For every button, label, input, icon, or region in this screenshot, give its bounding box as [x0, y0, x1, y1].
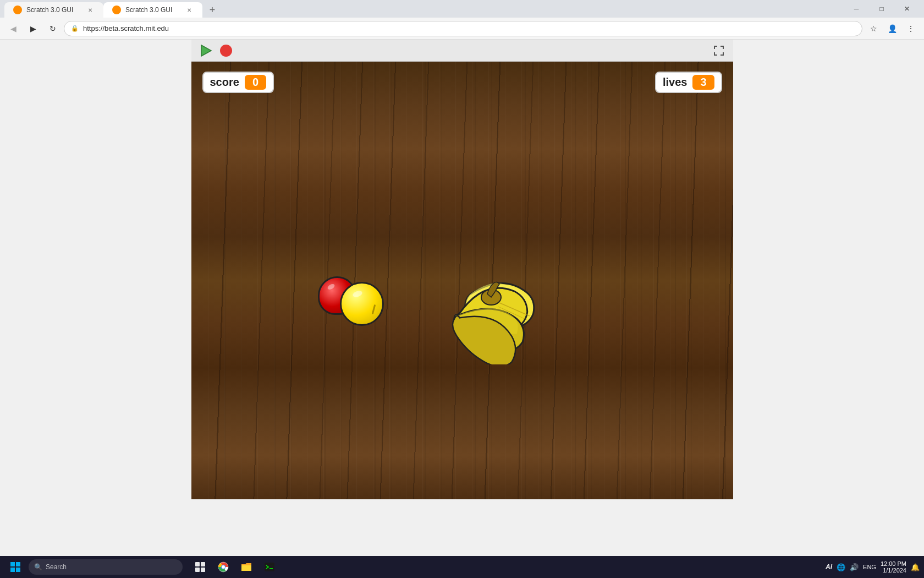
scratch-favicon-2 [112, 6, 121, 14]
language-indicator: ENG [863, 564, 876, 570]
search-icon: 🔍 [34, 563, 42, 571]
yellow-ball-sprite [340, 282, 384, 326]
taskbar-right-area: Ai 🌐 🔊 ENG 12:00 PM 1/1/2024 🔔 [826, 560, 920, 574]
system-clock: 12:00 PM 1/1/2024 [881, 560, 906, 574]
svg-rect-15 [265, 563, 274, 571]
svg-rect-10 [195, 568, 200, 572]
stop-button[interactable] [220, 45, 232, 57]
svg-rect-9 [201, 562, 205, 566]
close-button[interactable]: ✕ [894, 0, 920, 18]
start-button[interactable] [4, 558, 26, 576]
chrome-taskbar-item[interactable] [212, 558, 234, 576]
taskbar: 🔍 Search [0, 556, 924, 578]
tab-2-close-button[interactable]: ✕ [185, 6, 194, 14]
terminal-taskbar-item[interactable] [258, 558, 280, 576]
taskbar-pinned-items [189, 558, 280, 576]
ai-label: Ai [826, 563, 832, 571]
tab-1-title: Scratch 3.0 GUI [26, 6, 81, 14]
svg-rect-5 [16, 562, 20, 566]
bookmark-button[interactable]: ☆ [865, 20, 882, 37]
banana-sprite [439, 271, 543, 367]
network-icon: 🌐 [837, 563, 845, 571]
svg-rect-7 [16, 568, 20, 572]
svg-rect-11 [201, 568, 205, 572]
profile-button[interactable]: 👤 [883, 20, 901, 37]
url-text: https://beta.scratch.mit.edu [83, 24, 855, 32]
score-label: score [210, 76, 239, 89]
taskview-button[interactable] [189, 558, 211, 576]
clock-time: 12:00 PM [881, 560, 906, 567]
security-lock-icon: 🔒 [71, 25, 79, 32]
file-explorer-taskbar-item[interactable] [235, 558, 257, 576]
new-tab-button[interactable]: + [205, 2, 220, 18]
extensions-button[interactable]: ⋮ [902, 20, 920, 37]
tab-bar: Scratch 3.0 GUI ✕ Scratch 3.0 GUI ✕ + [4, 0, 844, 18]
forward-button[interactable]: ▶ [24, 20, 42, 37]
address-bar[interactable]: 🔒 https://beta.scratch.mit.edu [64, 21, 862, 36]
search-placeholder: Search [46, 563, 67, 571]
lives-display: lives 3 [655, 72, 722, 93]
lives-label: lives [663, 76, 687, 89]
lives-value: 3 [692, 75, 714, 90]
tab-1-close-button[interactable]: ✕ [86, 6, 95, 14]
green-flag-button[interactable] [198, 43, 213, 58]
browser-content: score 0 lives 3 [0, 40, 924, 567]
svg-rect-4 [10, 562, 15, 566]
minimize-button[interactable]: ─ [844, 0, 869, 18]
volume-icon: 🔊 [850, 563, 859, 571]
stage-controls-bar [191, 40, 733, 62]
tab-2-title: Scratch 3.0 GUI [125, 6, 180, 14]
svg-point-14 [222, 565, 225, 569]
notification-button[interactable]: 🔔 [911, 563, 920, 571]
scratch-favicon-1 [13, 6, 22, 14]
game-canvas[interactable]: score 0 lives 3 [191, 62, 733, 499]
chrome-window: Scratch 3.0 GUI ✕ Scratch 3.0 GUI ✕ + ─ … [0, 0, 924, 578]
title-bar: Scratch 3.0 GUI ✕ Scratch 3.0 GUI ✕ + ─ … [0, 0, 924, 18]
score-value: 0 [245, 75, 266, 90]
svg-rect-8 [195, 562, 200, 566]
taskbar-search[interactable]: 🔍 Search [29, 559, 183, 575]
refresh-button[interactable]: ↻ [44, 20, 62, 37]
window-controls: ─ □ ✕ [844, 0, 920, 18]
scratch-stage: score 0 lives 3 [191, 40, 733, 499]
maximize-button[interactable]: □ [869, 0, 894, 18]
nav-bar: ◀ ▶ ↻ 🔒 https://beta.scratch.mit.edu ☆ 👤… [0, 18, 924, 40]
score-display: score 0 [202, 72, 274, 93]
svg-rect-6 [10, 568, 15, 572]
nav-right-buttons: ☆ 👤 ⋮ [865, 20, 920, 37]
fullscreen-button[interactable] [711, 43, 727, 58]
tab-2[interactable]: Scratch 3.0 GUI ✕ [103, 2, 202, 18]
back-button[interactable]: ◀ [4, 20, 22, 37]
svg-marker-0 [201, 45, 211, 56]
clock-date: 1/1/2024 [883, 567, 906, 574]
tab-1[interactable]: Scratch 3.0 GUI ✕ [4, 2, 103, 18]
